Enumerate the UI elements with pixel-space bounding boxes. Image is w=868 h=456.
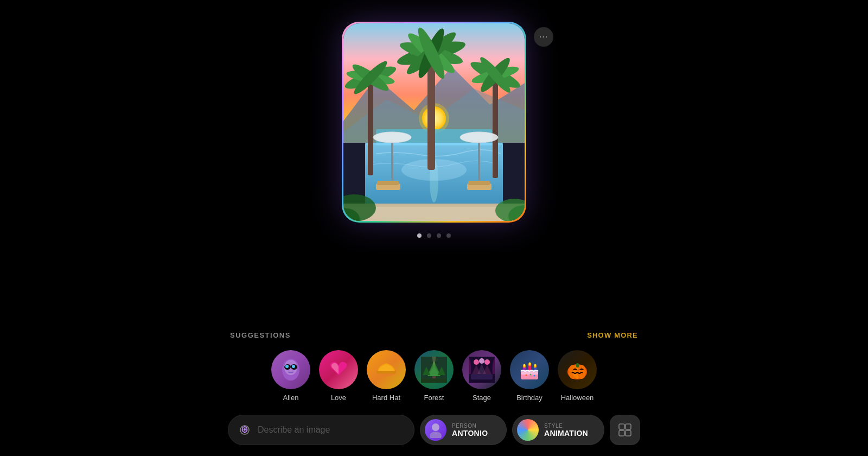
style-button[interactable]: STYLE ANIMATION [512,415,604,445]
suggestions-row: Alien Love Hard Hat [228,350,640,402]
more-dots-icon: ··· [539,32,548,42]
svg-rect-97 [619,430,624,436]
person-button[interactable]: PERSON ANTONIO [420,415,507,445]
svg-rect-96 [626,424,631,429]
svg-point-75 [530,374,532,376]
generated-image [343,23,525,221]
hardhat-icon [367,350,406,389]
svg-point-94 [430,432,442,438]
svg-point-92 [244,428,246,430]
suggestion-alien[interactable]: Alien [271,350,310,402]
scene-svg [343,23,525,221]
svg-rect-50 [376,371,396,373]
svg-rect-36 [377,181,399,185]
svg-point-60 [474,359,479,365]
forest-label: Forest [424,394,444,402]
birthday-label: Birthday [516,394,542,402]
svg-point-93 [432,423,439,431]
suggestion-forest[interactable]: Forest [414,350,454,402]
alien-label: Alien [283,394,299,402]
person-label-large: ANTONIO [452,429,488,438]
svg-rect-95 [619,424,624,429]
svg-rect-32 [478,137,480,186]
svg-point-61 [479,358,484,364]
person-text-group: PERSON ANTONIO [452,423,488,438]
gallery-icon [618,423,632,437]
halloween-icon [558,350,597,389]
style-icon [517,419,539,441]
stage-icon [462,350,501,389]
suggestion-halloween[interactable]: Halloween [558,350,597,402]
input-placeholder: Describe an image [258,425,330,435]
svg-point-62 [484,359,490,365]
dot-4[interactable] [446,233,451,238]
pagination-dots [417,233,451,238]
halloween-label: Halloween [561,394,594,402]
search-icon [237,422,252,438]
svg-rect-12 [368,78,373,175]
hardhat-label: Hard Hat [372,394,400,402]
svg-point-48 [292,365,295,368]
svg-rect-57 [421,378,447,383]
svg-rect-38 [468,181,490,185]
suggestion-hardhat[interactable]: Hard Hat [367,350,406,402]
suggestion-birthday[interactable]: Birthday [510,350,549,402]
style-label-small: STYLE [544,423,588,429]
svg-point-71 [534,364,536,367]
dot-2[interactable] [427,233,431,238]
suggestions-label: SUGGESTIONS [230,331,291,339]
svg-point-47 [285,365,289,368]
show-more-button[interactable]: SHOW MORE [587,331,638,339]
bottom-panel: SUGGESTIONS SHOW MORE Alien [228,331,640,456]
svg-point-69 [529,363,531,365]
suggestion-stage[interactable]: Stage [462,350,501,402]
style-text-group: STYLE ANIMATION [544,423,588,438]
love-icon [319,350,358,389]
bottom-controls: Describe an image PERSON ANTONIO STYLE A… [228,415,640,445]
suggestion-love[interactable]: Love [319,350,358,402]
more-options-button[interactable]: ··· [534,27,553,47]
svg-rect-98 [626,430,631,436]
gallery-button[interactable] [610,415,640,445]
svg-rect-29 [391,137,393,186]
svg-rect-24 [493,72,498,178]
svg-point-67 [524,364,525,367]
suggestions-header: SUGGESTIONS SHOW MORE [228,331,640,339]
person-label-small: PERSON [452,423,488,429]
style-label-large: ANIMATION [544,429,588,438]
svg-rect-81 [576,363,579,368]
love-label: Love [331,394,346,402]
forest-icon [414,350,454,389]
person-avatar [425,419,446,441]
alien-icon [271,350,310,389]
main-image-area: ··· [342,22,526,238]
search-input-container[interactable]: Describe an image [228,415,414,445]
image-frame [342,22,526,223]
dot-1[interactable] [417,233,422,238]
stage-label: Stage [473,394,491,402]
svg-rect-59 [471,374,493,379]
birthday-icon [510,350,549,389]
svg-point-74 [526,375,527,376]
svg-point-76 [534,375,535,377]
dot-3[interactable] [437,233,441,238]
